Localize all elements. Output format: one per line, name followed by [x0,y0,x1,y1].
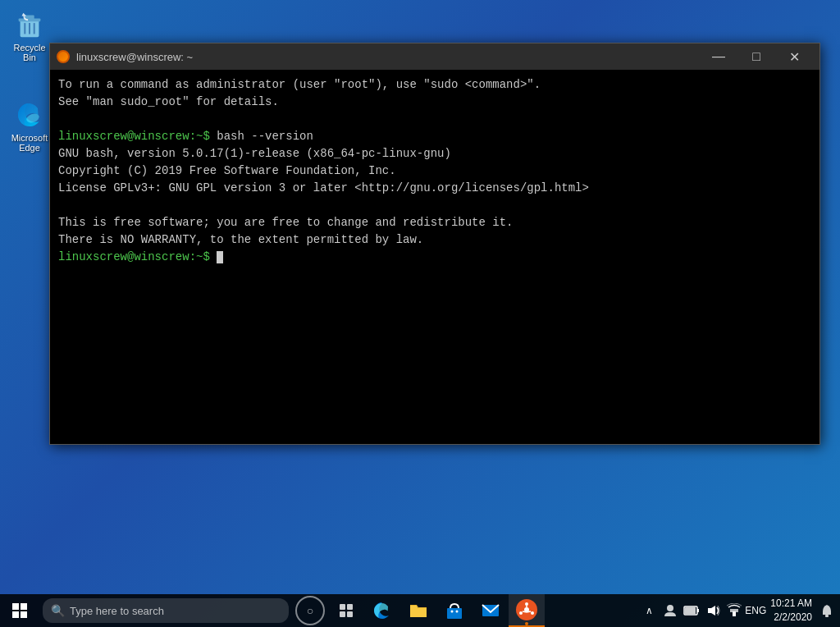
svg-rect-8 [347,604,353,610]
svg-point-17 [525,602,528,606]
svg-point-18 [531,611,534,615]
taskbar-mail-button[interactable] [472,594,509,627]
terminal-maximize-button[interactable]: □ [737,43,775,70]
network-icon[interactable] [724,601,744,620]
terminal-line-prompt: linuxscrew@winscrew:~$ [58,249,811,266]
start-button[interactable] [0,594,39,627]
recycle-bin-icon[interactable]: Recycle Bin [7,8,52,62]
windows-logo-icon [12,603,27,618]
svg-line-22 [523,611,527,612]
svg-rect-10 [347,611,353,617]
svg-rect-9 [340,611,345,617]
svg-rect-30 [825,615,829,617]
svg-line-21 [527,611,531,612]
taskbar-store-button[interactable] [436,594,472,627]
taskbar-file-explorer-button[interactable] [400,594,436,627]
svg-point-19 [519,611,523,615]
taskbar-search[interactable]: 🔍 Type here to search [43,598,289,623]
svg-rect-26 [685,607,696,614]
svg-rect-2 [25,16,34,20]
terminal-line-6: Copyright (C) 2019 Free Software Foundat… [58,162,811,180]
battery-icon[interactable] [682,601,701,620]
show-hidden-icons-button[interactable]: ∧ [639,601,659,620]
search-placeholder: Type here to search [70,605,164,617]
svg-point-12 [451,611,454,613]
svg-rect-7 [340,604,345,610]
notifications-button[interactable] [817,601,837,620]
cortana-button[interactable]: ○ [295,596,325,625]
edge-desktop-label: MicrosoftEdge [11,133,48,153]
terminal-controls: — □ ✕ [700,43,813,70]
search-icon: 🔍 [51,604,65,617]
ubuntu-icon [516,599,537,620]
terminal-titlebar: linuxscrew@winscrew: ~ — □ ✕ [50,43,819,70]
people-tray-icon[interactable] [660,601,680,620]
edge-desktop-icon[interactable]: MicrosoftEdge [7,98,52,153]
clock[interactable]: 10:21 AM 2/2/2020 [765,597,817,625]
svg-point-23 [667,605,673,611]
desktop: Recycle Bin Microsoft [0,0,840,594]
terminal-minimize-button[interactable]: — [700,43,737,70]
sound-icon[interactable] [703,601,723,620]
taskbar-ubuntu-button[interactable] [509,594,545,627]
terminal-line-8 [58,197,811,214]
language-indicator[interactable]: ENG [746,601,765,620]
terminal-window: linuxscrew@winscrew: ~ — □ ✕ To run a co… [49,43,820,445]
system-tray: ∧ [639,601,765,620]
svg-point-13 [456,611,459,613]
terminal-line-4: linuxscrew@winscrew:~$ bash --version [58,128,811,145]
terminal-line-3 [58,111,811,128]
terminal-app-icon [57,50,70,63]
clock-time: 10:21 AM [770,597,812,611]
terminal-line-10: There is NO WARRANTY, to the extent perm… [58,231,811,249]
terminal-body[interactable]: To run a command as administrator (user … [50,70,819,444]
svg-marker-27 [708,606,715,616]
taskbar: 🔍 Type here to search ○ [0,594,840,627]
clock-date: 2/2/2020 [774,611,812,625]
terminal-line-9: This is free software; you are free to c… [58,214,811,231]
svg-rect-29 [730,609,738,612]
terminal-line-7: License GPLv3+: GNU GPL version 3 or lat… [58,180,811,197]
terminal-line-2: See "man sudo_root" for details. [58,94,811,111]
svg-rect-25 [697,609,699,612]
terminal-close-button[interactable]: ✕ [775,43,813,70]
terminal-line-5: GNU bash, version 5.0.17(1)-release (x86… [58,145,811,162]
svg-rect-11 [447,608,462,619]
task-view-button[interactable] [328,594,364,627]
terminal-title: linuxscrew@winscrew: ~ [76,51,193,63]
active-app-indicator [525,622,528,625]
recycle-bin-label: Recycle Bin [7,43,52,62]
terminal-line-1: To run a command as administrator (user … [58,76,811,94]
taskbar-edge-button[interactable] [364,594,400,627]
